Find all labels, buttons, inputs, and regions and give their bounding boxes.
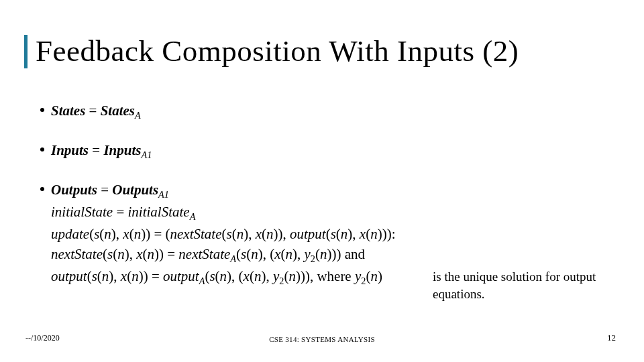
states-lhs: States <box>51 103 85 119</box>
n: n <box>286 246 293 262</box>
upd-c3: output <box>163 268 199 284</box>
s: s <box>241 246 246 262</box>
y-tail: y <box>355 268 361 284</box>
y: y <box>305 246 311 262</box>
x: x <box>136 246 142 262</box>
footer-page-number: 12 <box>607 333 616 343</box>
bullet-dot <box>40 108 44 112</box>
n: n <box>370 226 378 242</box>
and: and <box>341 246 365 262</box>
s: s <box>94 226 99 242</box>
inputs-rhs: Inputs <box>103 142 141 158</box>
x: x <box>360 226 366 242</box>
states-rhs: States <box>101 103 135 119</box>
upd-a: update <box>51 226 89 242</box>
upd-b: nextState <box>170 226 222 242</box>
s: s <box>92 268 97 284</box>
s: s <box>107 246 113 262</box>
x: x <box>121 268 127 284</box>
bullet-states: States = StatesA <box>40 101 617 123</box>
n: n <box>288 268 296 284</box>
inputs-lhs: Inputs <box>51 142 89 158</box>
n: n <box>102 268 109 284</box>
eq-body: Outputs = OutputsA1 initialState = initi… <box>51 180 396 288</box>
n: n <box>254 268 262 284</box>
n: n <box>131 268 139 284</box>
outputs-sub: A1 <box>158 189 169 200</box>
init-sub: A <box>190 211 196 222</box>
x: x <box>274 246 280 262</box>
n: n <box>237 226 244 242</box>
x: x <box>256 226 262 242</box>
n: n <box>320 246 327 262</box>
subA: A <box>230 253 236 264</box>
init-lhs: initialState <box>51 204 113 220</box>
unique-solution-note: is the unique solution for output equati… <box>433 268 604 302</box>
slide-title: Feedback Composition With Inputs (2) <box>36 35 519 68</box>
x: x <box>123 226 129 242</box>
s: s <box>226 226 231 242</box>
n: n <box>134 226 142 242</box>
n: n <box>104 226 111 242</box>
bullet-dot <box>40 147 44 152</box>
bullet-dot <box>40 187 44 191</box>
upd-c: output <box>290 226 326 242</box>
y2sub-tail: 2 <box>361 276 366 286</box>
upd-c2: output <box>51 268 87 284</box>
y: y <box>273 268 279 284</box>
eq-sign: = <box>85 103 100 119</box>
accent-bar <box>24 35 28 68</box>
n: n <box>251 246 258 262</box>
n: n <box>117 246 125 262</box>
x: x <box>244 268 250 284</box>
s: s <box>331 226 336 242</box>
states-sub: A <box>135 110 141 121</box>
outputs-rhs: Outputs <box>112 182 158 198</box>
eq-inputs: Inputs = InputsA1 <box>51 140 152 162</box>
y2sub: 2 <box>311 253 315 264</box>
n: n <box>370 268 378 284</box>
init-rhs: initialState <box>128 204 190 220</box>
eq-states: States = StatesA <box>51 101 141 123</box>
slide: Feedback Composition With Inputs (2) Sta… <box>0 0 644 362</box>
n: n <box>266 226 274 242</box>
n: n <box>220 268 227 284</box>
where: where <box>313 268 355 284</box>
bullet-inputs: Inputs = InputsA1 <box>40 140 617 162</box>
upd-b2: nextState <box>51 246 103 262</box>
n: n <box>147 246 154 262</box>
s: s <box>209 268 215 284</box>
n: n <box>341 226 348 242</box>
footer-course: CSE 314: SYSTEMS ANALYSIS <box>0 335 644 343</box>
title-container: Feedback Composition With Inputs (2) <box>24 35 519 68</box>
y2sub: 2 <box>279 276 284 286</box>
upd-b3: nextState <box>178 246 230 262</box>
outputs-lhs: Outputs <box>51 182 97 198</box>
subA: A <box>199 276 205 286</box>
inputs-sub: A1 <box>141 149 152 160</box>
